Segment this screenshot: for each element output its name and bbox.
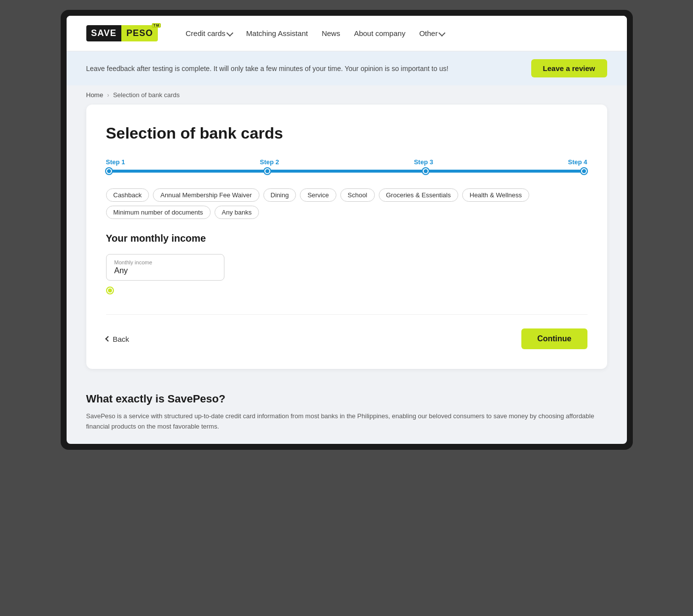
step-1-label: Step 1	[106, 158, 125, 166]
tag-school[interactable]: School	[340, 188, 375, 202]
tag-cashback[interactable]: Cashback	[106, 188, 149, 202]
progress-bar	[106, 170, 587, 173]
logo-badge: TM	[152, 23, 161, 28]
chevron-down-icon	[226, 29, 233, 36]
tag-any-banks[interactable]: Any banks	[215, 206, 259, 219]
divider	[106, 314, 587, 315]
income-radio-dot[interactable]	[106, 287, 114, 294]
nav-links: Credit cards Matching Assistant News Abo…	[185, 29, 444, 38]
tag-service[interactable]: Service	[300, 188, 336, 202]
logo-peso: PESO TM	[121, 25, 158, 41]
tag-health-wellness[interactable]: Health & Wellness	[462, 188, 529, 202]
income-field[interactable]: Monthly income Any	[106, 254, 224, 281]
navbar: SAVE PESO TM Credit cards Matching Assis…	[67, 16, 627, 51]
nav-matching-assistant[interactable]: Matching Assistant	[246, 29, 308, 38]
step-4-label: Step 4	[568, 158, 587, 166]
feedback-text: Leave feedback after testing is complete…	[86, 65, 449, 72]
tag-min-docs[interactable]: Minimum number of documents	[106, 206, 211, 219]
what-is-section: What exactly is SavePeso? SavePeso is a …	[67, 381, 627, 444]
card-actions: Back Continue	[106, 325, 587, 349]
leave-review-button[interactable]: Leave a review	[531, 59, 607, 77]
breadcrumb-home[interactable]: Home	[86, 91, 104, 99]
back-arrow-icon	[105, 336, 110, 341]
income-section-title: Your monthly income	[106, 233, 587, 244]
step-dot-2	[264, 168, 270, 174]
step-dot-4	[581, 168, 587, 174]
screen-content: SAVE PESO TM Credit cards Matching Assis…	[67, 16, 627, 444]
income-field-value: Any	[114, 266, 216, 275]
nav-other[interactable]: Other	[419, 29, 445, 37]
tag-annual-membership[interactable]: Annual Membership Fee Waiver	[153, 188, 259, 202]
step-progress: Step 1 Step 2 Step 3 Step 4	[106, 158, 587, 173]
logo[interactable]: SAVE PESO TM	[86, 25, 158, 41]
progress-dots	[106, 168, 587, 174]
continue-button[interactable]: Continue	[521, 328, 587, 349]
breadcrumb: Home › Selection of bank cards	[67, 85, 627, 105]
breadcrumb-separator: ›	[107, 92, 109, 99]
radio-inner	[108, 289, 112, 292]
tag-groceries[interactable]: Groceries & Essentials	[379, 188, 459, 202]
nav-news[interactable]: News	[322, 29, 340, 38]
progress-labels: Step 1 Step 2 Step 3 Step 4	[106, 158, 587, 166]
what-is-text: SavePeso is a service with structured up…	[86, 411, 607, 432]
income-field-label: Monthly income	[114, 259, 216, 265]
nav-credit-cards[interactable]: Credit cards	[185, 29, 232, 37]
screen-frame: SAVE PESO TM Credit cards Matching Assis…	[61, 10, 633, 450]
page-title: Selection of bank cards	[106, 124, 587, 143]
step-dot-3	[423, 168, 429, 174]
tags-row: Cashback Annual Membership Fee Waiver Di…	[106, 188, 587, 219]
breadcrumb-current: Selection of bank cards	[113, 91, 180, 99]
nav-about-company[interactable]: About company	[354, 29, 405, 38]
chevron-down-icon	[438, 29, 445, 36]
feedback-banner: Leave feedback after testing is complete…	[67, 51, 627, 85]
main-card: Selection of bank cards Step 1 Step 2 St…	[86, 105, 607, 369]
logo-save: SAVE	[86, 25, 122, 41]
what-is-title: What exactly is SavePeso?	[86, 393, 607, 405]
income-section: Your monthly income Monthly income Any	[106, 233, 587, 304]
step-3-label: Step 3	[414, 158, 433, 166]
step-dot-1	[106, 168, 112, 174]
tag-dining[interactable]: Dining	[263, 188, 296, 202]
back-button[interactable]: Back	[106, 335, 129, 343]
step-2-label: Step 2	[260, 158, 279, 166]
